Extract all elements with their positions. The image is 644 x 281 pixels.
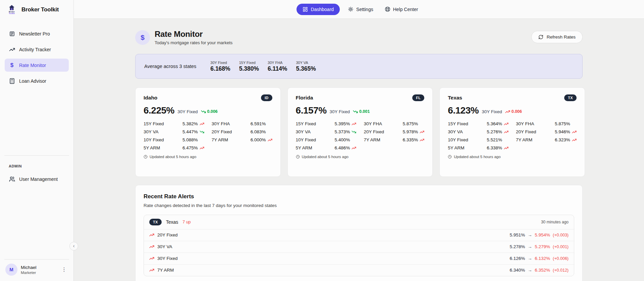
trending-up-icon xyxy=(149,268,154,273)
rate-item: 10Y Fixed5.521% xyxy=(448,137,508,142)
refresh-icon xyxy=(538,34,543,40)
average-stat-value: 6.168% xyxy=(210,65,230,72)
average-stat-label: 30Y FHA xyxy=(268,61,287,65)
average-stats: 30Y Fixed 6.168% 15Y Fixed 5.380% 30Y FH… xyxy=(210,61,316,72)
rate-label: 5Y ARM xyxy=(448,145,487,150)
sidebar: Broker Toolkit Broker Toolkit Newsletter… xyxy=(0,0,74,281)
app-logo-text: Broker Toolkit xyxy=(9,11,15,14)
main-rate-label: 30Y Fixed xyxy=(330,109,350,114)
rate-change-value: 0.006 xyxy=(512,109,522,114)
average-stat-label: 15Y Fixed xyxy=(239,61,259,65)
nav-dashboard-button[interactable]: Dashboard xyxy=(297,4,340,15)
sidebar-item-label: Loan Advisor xyxy=(19,78,46,84)
main-rate-value: 6.225% xyxy=(144,105,174,116)
dashboard-grid-icon xyxy=(303,7,308,12)
state-name: Florida xyxy=(296,95,313,101)
updated-text: Updated about 5 hours ago xyxy=(150,155,196,159)
state-badge: ID xyxy=(261,94,272,101)
alert-row-left: 20Y Fixed xyxy=(149,232,178,237)
user-menu-button[interactable]: ⋮ xyxy=(59,266,69,273)
alert-rate-label: 7Y ARM xyxy=(157,268,174,273)
nav-help-center-button[interactable]: Help Center xyxy=(381,4,422,15)
main-rate-label: 30Y Fixed xyxy=(482,109,502,114)
alert-group-state: Texas xyxy=(166,219,178,225)
rate-label: 30Y FHA xyxy=(364,121,402,126)
rate-label: 5Y ARM xyxy=(296,145,335,150)
app-logo-icon: Broker Toolkit xyxy=(5,5,18,14)
rate-item: 5Y ARM6.338% xyxy=(448,145,508,150)
trending-down-icon xyxy=(353,109,358,114)
nav-dashboard-label: Dashboard xyxy=(311,7,334,12)
trending-up-icon xyxy=(149,232,154,237)
trending-up-icon xyxy=(420,138,424,142)
sidebar-item-activity-tracker[interactable]: Activity Tracker xyxy=(5,43,69,56)
alert-row-right: 5.951% → 5.954% (+0.003) xyxy=(510,232,569,237)
rate-value: 6.000% xyxy=(251,137,266,142)
average-stat-value: 5.365% xyxy=(296,65,316,72)
sidebar-item-newsletter-pro[interactable]: Newsletter Pro xyxy=(5,27,69,40)
refresh-rates-button[interactable]: Refresh Rates xyxy=(531,31,583,43)
rate-item: 30Y VA5.373% xyxy=(296,129,357,134)
refresh-rates-label: Refresh Rates xyxy=(547,34,576,40)
recent-rate-alerts-card: Recent Rate Alerts Rate changes detected… xyxy=(135,185,583,281)
alert-group-count: 7 up xyxy=(182,220,191,224)
sidebar-item-loan-advisor[interactable]: Loan Advisor xyxy=(5,74,69,87)
newspaper-icon xyxy=(9,30,15,37)
arrow-right-icon: → xyxy=(528,256,532,261)
rate-value: 6.323% xyxy=(555,137,570,142)
rate-value: 6.475% xyxy=(182,145,198,150)
alert-row: 7Y ARM 6.340% → 6.352% (+0.012) xyxy=(144,264,574,276)
alert-rate-label: 30Y VA xyxy=(157,244,172,249)
admin-nav: User Management xyxy=(0,172,73,186)
rate-label: 7Y ARM xyxy=(364,137,402,142)
trending-down-icon xyxy=(200,130,204,134)
rate-value: 5.978% xyxy=(402,129,418,134)
nav-settings-button[interactable]: Settings xyxy=(344,4,377,15)
sidebar-collapse-button[interactable]: ‹ xyxy=(69,242,78,251)
rate-value: 6.083% xyxy=(251,129,266,134)
dollar-icon: $ xyxy=(9,62,15,68)
content-scroll: $ Rate Monitor Today's mortgage rates fo… xyxy=(74,19,644,281)
rates-grid: 15Y Fixed5.364% 30Y FHA5.875% 30Y VA5.27… xyxy=(448,121,577,150)
alert-rate-label: 20Y Fixed xyxy=(157,232,178,237)
alert-row-left: 30Y Fixed xyxy=(149,256,178,261)
alert-delta: (+0.012) xyxy=(553,268,569,273)
rate-value: 5.088% xyxy=(182,137,198,142)
page-content: $ Rate Monitor Today's mortgage rates fo… xyxy=(135,19,583,281)
sidebar-item-rate-monitor[interactable]: $ Rate Monitor xyxy=(5,59,69,72)
state-card-header: Texas TX xyxy=(448,94,577,101)
user-profile: M Michael Marketer ⋮ xyxy=(0,260,73,281)
page-header-left: $ Rate Monitor Today's mortgage rates fo… xyxy=(135,29,232,45)
rate-value: 5.521% xyxy=(487,137,502,142)
rate-change-value: 0.001 xyxy=(359,109,370,114)
rate-label: 10Y Fixed xyxy=(296,137,335,142)
state-cards-row: Idaho ID 6.225% 30Y Fixed 0.006 xyxy=(135,87,583,177)
app-root: Broker Toolkit Broker Toolkit Newsletter… xyxy=(0,0,644,281)
sidebar-item-user-management[interactable]: User Management xyxy=(5,172,62,186)
alert-group-time: 30 minutes ago xyxy=(541,220,569,224)
rate-item: 15Y Fixed5.395% xyxy=(296,121,357,126)
rate-value: 6.591% xyxy=(251,121,266,126)
trending-up-icon xyxy=(149,256,154,261)
rate-item: 30Y FHA5.875% xyxy=(516,121,577,126)
rate-change-value: 0.006 xyxy=(207,109,218,114)
trending-up-icon xyxy=(352,146,356,150)
rate-label: 20Y Fixed xyxy=(212,129,251,134)
alert-rate-label: 30Y Fixed xyxy=(157,256,178,261)
admin-section-label: ADMIN xyxy=(9,164,73,168)
sidebar-item-label: Activity Tracker xyxy=(19,47,51,52)
rate-label: 15Y Fixed xyxy=(296,121,335,126)
users-icon xyxy=(9,176,15,182)
sidebar-footer: M Michael Marketer ⋮ xyxy=(0,259,73,281)
rates-grid: 15Y Fixed5.382% 30Y FHA6.591% 30Y VA5.44… xyxy=(144,121,272,150)
alert-group-texas: TX Texas 7 up 30 minutes ago 20Y Fixed xyxy=(144,215,574,276)
rate-item: 20Y Fixed6.083% xyxy=(212,129,272,134)
alert-old-value: 6.340% xyxy=(510,268,525,273)
state-card-texas: Texas TX 6.123% 30Y Fixed 0.006 xyxy=(439,87,585,177)
rate-label: 15Y Fixed xyxy=(448,121,487,126)
rate-value: 5.875% xyxy=(555,121,570,126)
alert-row: 30Y VA 5.278% → 5.279% (+0.001) xyxy=(144,241,574,253)
user-name: Michael xyxy=(21,265,56,270)
clock-icon xyxy=(296,155,300,159)
trending-up-icon xyxy=(504,130,508,134)
